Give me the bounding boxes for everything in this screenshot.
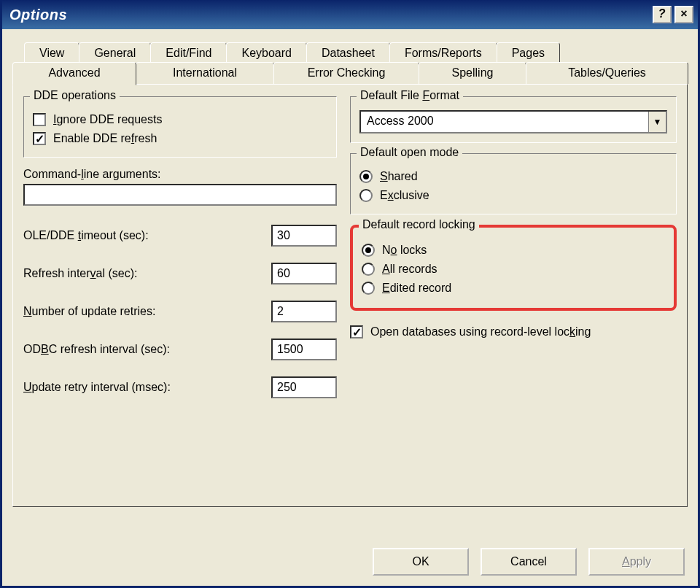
tab-error-checking[interactable]: Error Checking bbox=[273, 62, 419, 84]
checkbox-record-level-locking[interactable]: ✓ bbox=[350, 325, 363, 339]
tab-general[interactable]: General bbox=[79, 42, 151, 63]
tab-pages[interactable]: Pages bbox=[497, 42, 560, 63]
input-ole-dde-timeout[interactable] bbox=[271, 225, 337, 247]
close-button[interactable]: × bbox=[674, 6, 693, 23]
label-refresh-interval: Refresh interval (sec): bbox=[23, 267, 138, 280]
combo-default-file-format[interactable]: Access 2000 ▼ bbox=[359, 110, 667, 134]
radio-open-exclusive-label: Exclusive bbox=[380, 189, 429, 202]
label-command-line-args: Command-line arguments: bbox=[23, 168, 337, 181]
group-default-record-locking: Default record locking No locks All reco… bbox=[350, 225, 677, 311]
group-default-open-mode: Default open mode Shared Exclusive bbox=[350, 153, 677, 214]
label-odbc-refresh-interval: ODBC refresh interval (sec): bbox=[23, 343, 170, 356]
radio-all-records[interactable] bbox=[362, 263, 375, 276]
checkbox-record-level-locking-label: Open databases using record-level lockin… bbox=[370, 325, 591, 339]
cancel-button[interactable]: Cancel bbox=[481, 548, 577, 576]
combo-value: Access 2000 bbox=[361, 112, 648, 132]
tab-panel-advanced: DDE operations Ignore DDE requests ✓ Ena… bbox=[12, 84, 688, 507]
window-title: Options bbox=[9, 7, 653, 23]
tab-spelling[interactable]: Spelling bbox=[419, 62, 526, 84]
group-dde-operations: DDE operations Ignore DDE requests ✓ Ena… bbox=[23, 96, 337, 158]
tab-international[interactable]: International bbox=[136, 62, 274, 84]
radio-open-shared[interactable] bbox=[359, 170, 373, 183]
radio-edited-record[interactable] bbox=[362, 282, 375, 295]
ok-button[interactable]: OK bbox=[373, 548, 469, 576]
input-odbc-refresh-interval[interactable] bbox=[271, 339, 337, 360]
checkbox-enable-dde-refresh-label: Enable DDE refresh bbox=[53, 132, 157, 145]
tab-row-front: Advanced International Error Checking Sp… bbox=[12, 62, 688, 84]
group-legend-file-format: Default File Format bbox=[357, 89, 463, 102]
input-update-retry-interval[interactable] bbox=[271, 376, 337, 398]
label-update-retry-interval: Update retry interval (msec): bbox=[23, 381, 171, 394]
chevron-down-icon: ▼ bbox=[648, 112, 666, 132]
dialog-button-bar: OK Cancel Apply bbox=[2, 539, 698, 586]
radio-all-records-label: All records bbox=[382, 263, 438, 276]
label-update-retries: Number of update retries: bbox=[23, 305, 155, 318]
checkbox-ignore-dde-label: Ignore DDE requests bbox=[53, 113, 162, 126]
tab-forms-reports[interactable]: Forms/Reports bbox=[389, 42, 497, 63]
radio-edited-record-label: Edited record bbox=[382, 282, 451, 295]
group-default-file-format: Default File Format Access 2000 ▼ bbox=[350, 96, 677, 143]
apply-button[interactable]: Apply bbox=[588, 548, 685, 576]
radio-no-locks-label: No locks bbox=[382, 244, 427, 257]
group-legend-open-mode: Default open mode bbox=[357, 146, 462, 159]
tab-advanced[interactable]: Advanced bbox=[12, 62, 136, 85]
options-dialog: Options ? × View General Edit/Find Keybo… bbox=[0, 0, 700, 588]
group-legend-dde: DDE operations bbox=[30, 89, 120, 102]
label-ole-dde-timeout: OLE/DDE timeout (sec): bbox=[23, 229, 149, 242]
radio-open-shared-label: Shared bbox=[380, 170, 418, 183]
help-button[interactable]: ? bbox=[653, 6, 672, 23]
tab-keyboard[interactable]: Keyboard bbox=[226, 42, 307, 63]
titlebar: Options ? × bbox=[2, 0, 698, 29]
group-legend-record-locking: Default record locking bbox=[359, 218, 479, 231]
tab-tables-queries[interactable]: Tables/Queries bbox=[526, 62, 688, 84]
tab-datasheet[interactable]: Datasheet bbox=[306, 42, 390, 63]
tab-row-back: View General Edit/Find Keyboard Datashee… bbox=[24, 42, 688, 63]
checkbox-enable-dde-refresh[interactable]: ✓ bbox=[33, 132, 46, 145]
input-command-line-args[interactable] bbox=[23, 184, 337, 206]
input-refresh-interval[interactable] bbox=[271, 263, 337, 285]
input-update-retries[interactable] bbox=[271, 301, 337, 322]
tab-view[interactable]: View bbox=[24, 42, 79, 63]
tab-edit-find[interactable]: Edit/Find bbox=[150, 42, 227, 63]
radio-no-locks[interactable] bbox=[362, 244, 375, 257]
radio-open-exclusive[interactable] bbox=[359, 189, 373, 202]
checkbox-ignore-dde[interactable] bbox=[33, 113, 46, 126]
